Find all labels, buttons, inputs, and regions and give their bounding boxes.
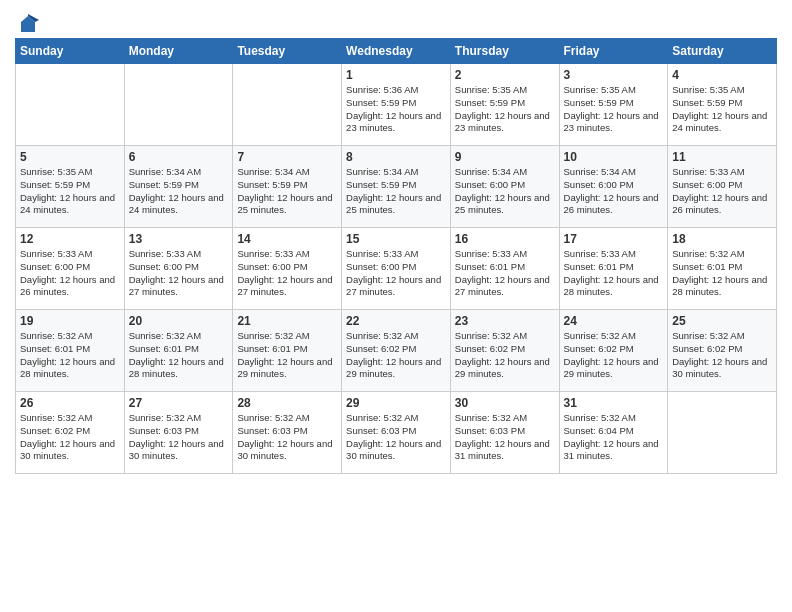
calendar-cell: 11Sunrise: 5:33 AM Sunset: 6:00 PM Dayli… <box>668 146 777 228</box>
cell-content: Sunrise: 5:32 AM Sunset: 6:01 PM Dayligh… <box>237 330 337 381</box>
weekday-header-monday: Monday <box>124 39 233 64</box>
day-number: 21 <box>237 314 337 328</box>
weekday-header-sunday: Sunday <box>16 39 125 64</box>
calendar-cell: 9Sunrise: 5:34 AM Sunset: 6:00 PM Daylig… <box>450 146 559 228</box>
weekday-header-row: SundayMondayTuesdayWednesdayThursdayFrid… <box>16 39 777 64</box>
day-number: 13 <box>129 232 229 246</box>
calendar-cell: 20Sunrise: 5:32 AM Sunset: 6:01 PM Dayli… <box>124 310 233 392</box>
cell-content: Sunrise: 5:33 AM Sunset: 6:00 PM Dayligh… <box>129 248 229 299</box>
calendar-cell: 31Sunrise: 5:32 AM Sunset: 6:04 PM Dayli… <box>559 392 668 474</box>
cell-content: Sunrise: 5:32 AM Sunset: 6:03 PM Dayligh… <box>346 412 446 463</box>
week-row-2: 5Sunrise: 5:35 AM Sunset: 5:59 PM Daylig… <box>16 146 777 228</box>
calendar-cell <box>668 392 777 474</box>
day-number: 6 <box>129 150 229 164</box>
cell-content: Sunrise: 5:32 AM Sunset: 6:03 PM Dayligh… <box>455 412 555 463</box>
calendar-cell: 17Sunrise: 5:33 AM Sunset: 6:01 PM Dayli… <box>559 228 668 310</box>
week-row-1: 1Sunrise: 5:36 AM Sunset: 5:59 PM Daylig… <box>16 64 777 146</box>
day-number: 2 <box>455 68 555 82</box>
day-number: 17 <box>564 232 664 246</box>
calendar-cell: 8Sunrise: 5:34 AM Sunset: 5:59 PM Daylig… <box>342 146 451 228</box>
day-number: 10 <box>564 150 664 164</box>
calendar-cell: 23Sunrise: 5:32 AM Sunset: 6:02 PM Dayli… <box>450 310 559 392</box>
logo-icon <box>17 14 39 36</box>
cell-content: Sunrise: 5:34 AM Sunset: 5:59 PM Dayligh… <box>346 166 446 217</box>
cell-content: Sunrise: 5:33 AM Sunset: 6:01 PM Dayligh… <box>564 248 664 299</box>
day-number: 9 <box>455 150 555 164</box>
cell-content: Sunrise: 5:33 AM Sunset: 6:00 PM Dayligh… <box>672 166 772 217</box>
cell-content: Sunrise: 5:32 AM Sunset: 6:04 PM Dayligh… <box>564 412 664 463</box>
calendar-cell: 3Sunrise: 5:35 AM Sunset: 5:59 PM Daylig… <box>559 64 668 146</box>
day-number: 25 <box>672 314 772 328</box>
calendar-cell: 4Sunrise: 5:35 AM Sunset: 5:59 PM Daylig… <box>668 64 777 146</box>
cell-content: Sunrise: 5:32 AM Sunset: 6:02 PM Dayligh… <box>346 330 446 381</box>
logo <box>15 14 39 32</box>
calendar-cell: 22Sunrise: 5:32 AM Sunset: 6:02 PM Dayli… <box>342 310 451 392</box>
day-number: 7 <box>237 150 337 164</box>
day-number: 1 <box>346 68 446 82</box>
cell-content: Sunrise: 5:32 AM Sunset: 6:01 PM Dayligh… <box>20 330 120 381</box>
day-number: 15 <box>346 232 446 246</box>
cell-content: Sunrise: 5:34 AM Sunset: 5:59 PM Dayligh… <box>129 166 229 217</box>
day-number: 18 <box>672 232 772 246</box>
cell-content: Sunrise: 5:33 AM Sunset: 6:00 PM Dayligh… <box>237 248 337 299</box>
calendar-cell: 25Sunrise: 5:32 AM Sunset: 6:02 PM Dayli… <box>668 310 777 392</box>
calendar-cell: 10Sunrise: 5:34 AM Sunset: 6:00 PM Dayli… <box>559 146 668 228</box>
calendar-cell: 5Sunrise: 5:35 AM Sunset: 5:59 PM Daylig… <box>16 146 125 228</box>
week-row-5: 26Sunrise: 5:32 AM Sunset: 6:02 PM Dayli… <box>16 392 777 474</box>
cell-content: Sunrise: 5:32 AM Sunset: 6:03 PM Dayligh… <box>237 412 337 463</box>
calendar-cell <box>16 64 125 146</box>
cell-content: Sunrise: 5:35 AM Sunset: 5:59 PM Dayligh… <box>672 84 772 135</box>
week-row-4: 19Sunrise: 5:32 AM Sunset: 6:01 PM Dayli… <box>16 310 777 392</box>
day-number: 22 <box>346 314 446 328</box>
cell-content: Sunrise: 5:32 AM Sunset: 6:02 PM Dayligh… <box>564 330 664 381</box>
cell-content: Sunrise: 5:33 AM Sunset: 6:00 PM Dayligh… <box>346 248 446 299</box>
day-number: 29 <box>346 396 446 410</box>
day-number: 11 <box>672 150 772 164</box>
weekday-header-tuesday: Tuesday <box>233 39 342 64</box>
day-number: 19 <box>20 314 120 328</box>
day-number: 16 <box>455 232 555 246</box>
calendar-cell: 18Sunrise: 5:32 AM Sunset: 6:01 PM Dayli… <box>668 228 777 310</box>
calendar-cell: 28Sunrise: 5:32 AM Sunset: 6:03 PM Dayli… <box>233 392 342 474</box>
calendar-cell: 30Sunrise: 5:32 AM Sunset: 6:03 PM Dayli… <box>450 392 559 474</box>
weekday-header-thursday: Thursday <box>450 39 559 64</box>
day-number: 24 <box>564 314 664 328</box>
calendar-cell: 1Sunrise: 5:36 AM Sunset: 5:59 PM Daylig… <box>342 64 451 146</box>
day-number: 20 <box>129 314 229 328</box>
day-number: 12 <box>20 232 120 246</box>
calendar-table: SundayMondayTuesdayWednesdayThursdayFrid… <box>15 38 777 474</box>
cell-content: Sunrise: 5:34 AM Sunset: 6:00 PM Dayligh… <box>564 166 664 217</box>
cell-content: Sunrise: 5:35 AM Sunset: 5:59 PM Dayligh… <box>20 166 120 217</box>
cell-content: Sunrise: 5:32 AM Sunset: 6:02 PM Dayligh… <box>20 412 120 463</box>
day-number: 26 <box>20 396 120 410</box>
calendar-body: 1Sunrise: 5:36 AM Sunset: 5:59 PM Daylig… <box>16 64 777 474</box>
header <box>15 10 777 32</box>
calendar-cell: 14Sunrise: 5:33 AM Sunset: 6:00 PM Dayli… <box>233 228 342 310</box>
day-number: 4 <box>672 68 772 82</box>
calendar-cell: 27Sunrise: 5:32 AM Sunset: 6:03 PM Dayli… <box>124 392 233 474</box>
calendar-cell: 24Sunrise: 5:32 AM Sunset: 6:02 PM Dayli… <box>559 310 668 392</box>
cell-content: Sunrise: 5:32 AM Sunset: 6:02 PM Dayligh… <box>672 330 772 381</box>
calendar-cell <box>233 64 342 146</box>
calendar-cell: 15Sunrise: 5:33 AM Sunset: 6:00 PM Dayli… <box>342 228 451 310</box>
day-number: 23 <box>455 314 555 328</box>
cell-content: Sunrise: 5:35 AM Sunset: 5:59 PM Dayligh… <box>564 84 664 135</box>
cell-content: Sunrise: 5:32 AM Sunset: 6:03 PM Dayligh… <box>129 412 229 463</box>
day-number: 14 <box>237 232 337 246</box>
cell-content: Sunrise: 5:32 AM Sunset: 6:02 PM Dayligh… <box>455 330 555 381</box>
weekday-header-wednesday: Wednesday <box>342 39 451 64</box>
cell-content: Sunrise: 5:34 AM Sunset: 5:59 PM Dayligh… <box>237 166 337 217</box>
day-number: 3 <box>564 68 664 82</box>
day-number: 31 <box>564 396 664 410</box>
cell-content: Sunrise: 5:33 AM Sunset: 6:00 PM Dayligh… <box>20 248 120 299</box>
calendar-cell: 2Sunrise: 5:35 AM Sunset: 5:59 PM Daylig… <box>450 64 559 146</box>
day-number: 8 <box>346 150 446 164</box>
day-number: 27 <box>129 396 229 410</box>
calendar-cell: 16Sunrise: 5:33 AM Sunset: 6:01 PM Dayli… <box>450 228 559 310</box>
calendar-cell <box>124 64 233 146</box>
weekday-header-saturday: Saturday <box>668 39 777 64</box>
calendar-cell: 13Sunrise: 5:33 AM Sunset: 6:00 PM Dayli… <box>124 228 233 310</box>
cell-content: Sunrise: 5:36 AM Sunset: 5:59 PM Dayligh… <box>346 84 446 135</box>
day-number: 28 <box>237 396 337 410</box>
calendar-cell: 19Sunrise: 5:32 AM Sunset: 6:01 PM Dayli… <box>16 310 125 392</box>
